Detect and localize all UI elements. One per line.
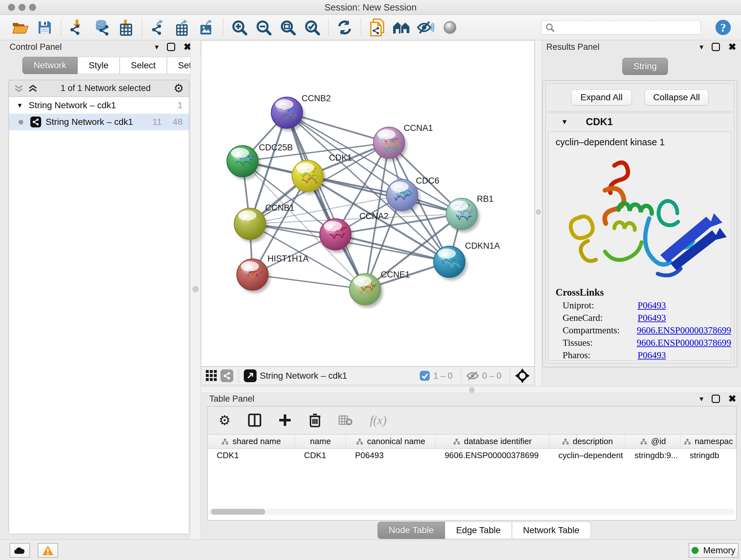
column-header-canonical-name[interactable]: canonical name	[346, 435, 435, 448]
export-table-icon[interactable]	[171, 18, 195, 37]
control-panel-menu-icon[interactable]: ▾	[155, 43, 158, 51]
import-network-database-icon[interactable]	[89, 18, 114, 37]
tab-network-table[interactable]: Network Table	[512, 522, 591, 539]
memory-button[interactable]: Memory	[689, 543, 738, 558]
import-table-file-icon[interactable]	[114, 18, 138, 37]
main-toolbar: ?	[0, 15, 741, 40]
cloud-button[interactable]	[10, 543, 30, 558]
expand-all-button[interactable]: Expand All	[571, 89, 632, 105]
column-header-shared-name[interactable]: shared name	[208, 435, 295, 448]
zoom-fit-icon[interactable]	[276, 18, 300, 37]
crosslink-row: Uniprot:P06493	[562, 300, 731, 311]
zoom-out-icon[interactable]	[252, 18, 276, 37]
results-panel-title: Results Panel	[546, 42, 600, 52]
network-row[interactable]: String Network – cdk1 11 48	[9, 114, 189, 130]
memory-label: Memory	[703, 545, 735, 556]
crosslink-label: GeneCard:	[562, 313, 637, 323]
tab-node-table[interactable]: Node Table	[378, 522, 445, 539]
column-header-database-identifier[interactable]: database identifier	[435, 435, 549, 448]
add-column-icon[interactable]	[279, 414, 291, 427]
warnings-button[interactable]	[38, 543, 58, 558]
window-title: Session: New Session	[0, 2, 741, 13]
network-view-icon[interactable]	[220, 369, 233, 382]
cloud-icon	[13, 546, 26, 555]
grid-view-icon[interactable]	[206, 370, 217, 381]
hide-glasspane-icon[interactable]	[414, 18, 438, 37]
fit-selected-crosshair-icon[interactable]	[515, 368, 530, 383]
string-home-icon[interactable]	[389, 18, 414, 37]
node-entry-header[interactable]: ▼ CDK1	[546, 113, 734, 131]
table-panel-close-icon[interactable]: ✖	[728, 394, 736, 403]
column-header-namespac[interactable]: namespac	[681, 435, 736, 448]
entry-expander-icon[interactable]: ▼	[561, 118, 568, 126]
table-options-gear-icon[interactable]: ⚙	[219, 413, 231, 428]
search-input[interactable]	[554, 23, 697, 33]
horizontal-splitter-grip[interactable]	[469, 387, 475, 393]
search-field[interactable]	[541, 20, 701, 35]
zoom-in-icon[interactable]	[227, 18, 252, 37]
network-selection-status: 1 of 1 Network selected	[38, 83, 174, 93]
network-icon	[30, 117, 41, 127]
horizontal-splitter[interactable]	[201, 386, 741, 393]
scrollbar-thumb[interactable]	[211, 509, 265, 515]
network-node-CCNB1: CCNB1	[234, 203, 294, 242]
table-cell: CDK1	[208, 449, 295, 462]
table-panel-float-icon[interactable]	[712, 395, 720, 403]
column-header-description[interactable]: description	[549, 435, 626, 448]
import-string-icon[interactable]	[365, 18, 389, 37]
help-icon[interactable]: ?	[714, 18, 733, 37]
table-tabs: Node Table Edge Table Network Table	[378, 522, 591, 539]
network-graph[interactable]: CCNB2CCNA1CDC25BCDK1CDC6RB1CCNB1CCNA2CDK…	[201, 41, 534, 366]
network-list-options-gear-icon[interactable]: ⚙	[174, 82, 184, 95]
collapse-all-icon[interactable]	[14, 84, 23, 92]
crosslink-label: Tissues:	[562, 337, 636, 348]
crosslink-label: Pharos:	[562, 350, 637, 361]
results-panel-close-icon[interactable]: ✖	[728, 42, 736, 52]
column-header-name[interactable]: name	[295, 435, 346, 448]
tab-network[interactable]: Network	[22, 57, 77, 74]
left-splitter-grip[interactable]	[192, 286, 199, 292]
export-image-icon[interactable]	[195, 18, 219, 37]
network-canvas[interactable]: CCNB2CCNA1CDC25BCDK1CDC6RB1CCNB1CCNA2CDK…	[201, 40, 535, 367]
results-panel-menu-icon[interactable]: ▾	[699, 43, 703, 51]
refresh-icon[interactable]	[333, 18, 357, 37]
control-panel-float-icon[interactable]	[167, 43, 175, 51]
network-collection-row[interactable]: ▼ String Network – cdk1 1	[9, 97, 189, 114]
right-splitter[interactable]	[535, 40, 542, 386]
expand-all-icon[interactable]	[28, 84, 38, 92]
crosslink-value-link[interactable]: 9606.ENSP00000378699	[636, 325, 731, 335]
tab-select[interactable]: Select	[120, 57, 167, 74]
results-panel-float-icon[interactable]	[712, 43, 720, 51]
zoom-selected-icon[interactable]	[300, 18, 324, 37]
tab-style[interactable]: Style	[77, 57, 120, 74]
network-node-HIST1H1A: HIST1H1A	[237, 254, 309, 293]
string-results-container: Expand All Collapse All ▼ CDK1 cyclin–de…	[542, 80, 737, 367]
entry-gene-name: CDK1	[586, 116, 613, 128]
network-node-count: 11	[152, 117, 162, 127]
import-network-file-icon[interactable]	[65, 18, 89, 37]
delete-column-trash-icon[interactable]	[309, 413, 321, 427]
selected-checkbox-icon[interactable]	[419, 370, 430, 381]
crosslink-value-link[interactable]: P06493	[637, 300, 666, 311]
crosslink-value-link[interactable]: P06493	[637, 350, 666, 361]
collection-expander-icon[interactable]: ▼	[17, 102, 23, 109]
show-columns-icon[interactable]	[248, 414, 261, 427]
table-row[interactable]: CDK1CDK1P064939606.ENSP00000378699cyclin…	[208, 449, 736, 462]
right-splitter-grip[interactable]	[536, 209, 541, 214]
column-header--id[interactable]: @id	[625, 435, 681, 448]
crosslink-value-link[interactable]: P06493	[637, 313, 666, 323]
collapse-all-button[interactable]: Collapse All	[645, 89, 709, 105]
tab-edge-table[interactable]: Edge Table	[445, 522, 512, 539]
crosslink-value-link[interactable]: 9606.ENSP00000378699	[636, 337, 731, 348]
tab-string[interactable]: String	[622, 58, 668, 75]
control-panel-title: Control Panel	[10, 42, 62, 52]
birds-eye-view-icon[interactable]	[244, 369, 257, 382]
save-session-icon[interactable]	[32, 18, 57, 37]
export-network-icon[interactable]	[146, 18, 171, 37]
toolbar-separator	[461, 369, 461, 383]
left-splitter[interactable]	[190, 40, 201, 540]
hidden-count: 0 – 0	[482, 371, 501, 381]
table-horizontal-scrollbar[interactable]	[208, 509, 735, 515]
open-session-icon[interactable]	[8, 18, 32, 37]
table-panel-menu-icon[interactable]: ▾	[699, 395, 703, 402]
